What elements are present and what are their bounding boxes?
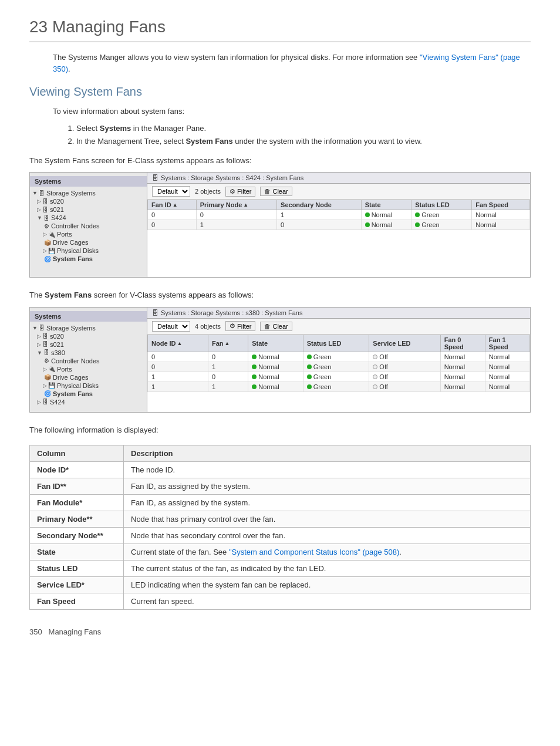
col-node-id[interactable]: Node ID ▲ — [148, 335, 208, 352]
tree-system-fans[interactable]: 🌀 System Fans — [30, 255, 147, 263]
eclass-sidebar: Systems ▼ 🗄 Storage Systems ▷ 🗄 s020 ▷ 🗄… — [30, 173, 147, 277]
info-table: Column Description Node ID* The node ID.… — [29, 445, 531, 610]
tree-storage-systems[interactable]: ▼ 🗄 Storage Systems — [30, 189, 147, 197]
chevron-right-icon: ▷ — [37, 399, 41, 405]
info-col-desc: LED indicating when the system fan can b… — [124, 577, 531, 593]
info-col-desc: Node that has secondary control over the… — [124, 528, 531, 544]
vclass-breadcrumb: 🗄 Systems : Storage Systems : s380 : Sys… — [147, 308, 530, 319]
cell-primary-node: 1 — [196, 220, 276, 230]
tree-ports[interactable]: ▷ 🔌 Ports — [30, 230, 147, 238]
chevron-right-icon: ▷ — [37, 342, 41, 347]
vclass-clear-button[interactable]: 🗑 Clear — [260, 322, 292, 331]
eclass-breadcrumb: 🗄 Systems : Storage Systems : S424 : Sys… — [147, 173, 530, 184]
tree-v-s380[interactable]: ▼ 🗄 s380 — [30, 349, 147, 357]
chevron-right-icon: ▷ — [37, 207, 41, 212]
tree-v-storage-systems[interactable]: ▼ 🗄 Storage Systems — [30, 324, 147, 332]
cell-service-led: Off — [369, 362, 440, 372]
tree-v-system-fans[interactable]: 🌀 System Fans — [30, 390, 147, 398]
cell-fan1-speed: Normal — [485, 352, 529, 362]
cell-state: Normal — [248, 352, 303, 362]
list-item: Node ID* The node ID. — [30, 462, 531, 478]
cell-fan-id: 0 — [208, 372, 248, 382]
col-primary-node[interactable]: Primary Node ▲ — [196, 200, 276, 210]
col-state[interactable]: State — [248, 335, 303, 352]
table-row: 1 0 Normal Green Off Normal Normal — [148, 372, 530, 382]
tree-s021[interactable]: ▷ 🗄 s021 — [30, 205, 147, 214]
info-col-desc: Fan ID, as assigned by the system. — [124, 478, 531, 495]
tree-v-drive-cages[interactable]: 📦 Drive Cages — [30, 373, 147, 382]
eclass-panel: Systems ▼ 🗄 Storage Systems ▷ 🗄 s020 ▷ 🗄… — [29, 172, 531, 278]
filter-button[interactable]: ⚙ Filter — [225, 187, 255, 197]
cell-fan1-speed: Normal — [485, 372, 529, 382]
cell-secondary-node: 0 — [277, 220, 362, 230]
table-row: 0 1 Normal Green Off Normal Normal — [148, 362, 530, 372]
eclass-main: 🗄 Systems : Storage Systems : S424 : Sys… — [147, 173, 530, 277]
cell-node-id: 0 — [148, 362, 208, 372]
table-row: 1 1 Normal Green Off Normal Normal — [148, 382, 530, 391]
tree-drive-cages[interactable]: 📦 Drive Cages — [30, 238, 147, 247]
cell-state: Normal — [248, 382, 303, 391]
state-link[interactable]: "System and Component Status Icons" (pag… — [229, 548, 399, 556]
col-secondary-node[interactable]: Secondary Node — [277, 200, 362, 210]
chevron-down-icon: ▼ — [32, 190, 38, 196]
tree-physical-disks[interactable]: ▷ 💾 Physical Disks — [30, 247, 147, 255]
col-service-led[interactable]: Service LED — [369, 335, 440, 352]
default-select[interactable]: Default — [152, 186, 190, 197]
list-item: Fan ID** Fan ID, as assigned by the syst… — [30, 478, 531, 495]
chevron-right-icon: ▷ — [43, 383, 47, 389]
tree-v-physical-disks[interactable]: ▷ 💾 Physical Disks — [30, 382, 147, 390]
info-col-name: Node ID* — [30, 462, 124, 478]
tree-s424[interactable]: ▼ 🗄 S424 — [30, 214, 147, 222]
vclass-objects-count: 4 objects — [195, 323, 221, 330]
section-heading: Viewing System Fans — [29, 85, 531, 99]
vclass-table-wrap: Node ID ▲ Fan ▲ State Status LED Service… — [147, 335, 530, 392]
chevron-down-icon: ▼ — [32, 325, 38, 331]
info-col-desc: The current status of the fan, as indica… — [124, 561, 531, 577]
cell-secondary-node: 1 — [277, 210, 362, 220]
col-fan-speed[interactable]: Fan Speed — [472, 200, 530, 210]
cell-state: Normal — [361, 220, 411, 230]
tree-s020[interactable]: ▷ 🗄 s020 — [30, 197, 147, 205]
caption-2: The System Fans screen for V-Class syste… — [29, 289, 531, 301]
info-col-name: Fan Speed — [30, 593, 124, 610]
col-fan[interactable]: Fan ▲ — [208, 335, 248, 352]
col-state[interactable]: State — [361, 200, 411, 210]
info-col-header-desc: Description — [124, 445, 531, 462]
objects-count: 2 objects — [195, 188, 221, 195]
clear-icon: 🗑 — [264, 188, 271, 195]
vclass-filter-button[interactable]: ⚙ Filter — [225, 321, 255, 331]
chevron-right-icon: ▷ — [43, 248, 47, 254]
tree-controller-nodes[interactable]: ⚙ Controller Nodes — [30, 222, 147, 230]
chevron-right-icon: ▷ — [37, 333, 41, 339]
col-status-led[interactable]: Status LED — [303, 335, 369, 352]
tree-v-s021[interactable]: ▷ 🗄 s021 — [30, 340, 147, 349]
col-status-led[interactable]: Status LED — [411, 200, 472, 210]
cell-fan-id: 0 — [148, 220, 197, 230]
tree-v-s424[interactable]: ▷ 🗄 S424 — [30, 398, 147, 406]
clear-button[interactable]: 🗑 Clear — [260, 187, 292, 196]
info-col-name: Service LED* — [30, 577, 124, 593]
col-fan-id[interactable]: Fan ID ▲ — [148, 200, 197, 210]
cell-node-id: 1 — [148, 372, 208, 382]
vclass-table: Node ID ▲ Fan ▲ State Status LED Service… — [147, 335, 530, 392]
col-fan0-speed[interactable]: Fan 0Speed — [440, 335, 485, 352]
steps-list: Select Systems in the Manager Pane. In t… — [76, 122, 531, 148]
filter-icon: ⚙ — [230, 188, 235, 195]
col-fan1-speed[interactable]: Fan 1Speed — [485, 335, 529, 352]
cell-status-led: Green — [303, 372, 369, 382]
cell-status-led: Green — [303, 382, 369, 391]
chevron-right-icon: ▷ — [43, 366, 47, 372]
cell-fan0-speed: Normal — [440, 382, 485, 391]
cell-fan-id: 0 — [148, 210, 197, 220]
step-1: Select Systems in the Manager Pane. — [76, 122, 531, 135]
vclass-default-select[interactable]: Default — [152, 321, 190, 332]
cell-fan0-speed: Normal — [440, 362, 485, 372]
eclass-toolbar: Default 2 objects ⚙ Filter 🗑 Clear — [147, 184, 530, 200]
tree-v-ports[interactable]: ▷ 🔌 Ports — [30, 365, 147, 373]
cell-node-id: 1 — [148, 382, 208, 391]
list-item: Status LED The current status of the fan… — [30, 561, 531, 577]
tree-v-controller-nodes[interactable]: ⚙ Controller Nodes — [30, 357, 147, 365]
cell-service-led: Off — [369, 352, 440, 362]
cell-state: Normal — [361, 210, 411, 220]
tree-v-s020[interactable]: ▷ 🗄 s020 — [30, 332, 147, 340]
